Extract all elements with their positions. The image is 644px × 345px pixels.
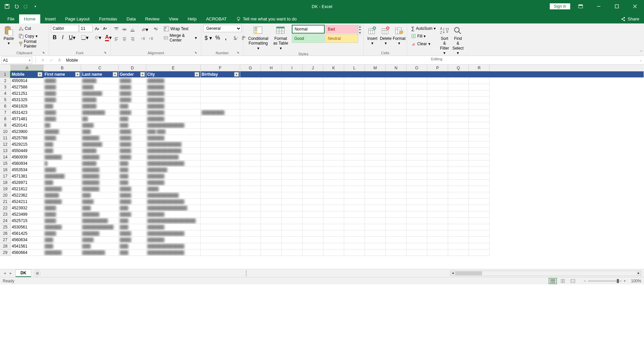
table-cell[interactable]: █████ xyxy=(81,160,119,167)
tab-file[interactable]: File xyxy=(3,14,19,23)
table-cell[interactable] xyxy=(201,116,240,122)
zoom-in-icon[interactable]: + xyxy=(624,279,626,283)
number-format-select[interactable]: General xyxy=(203,25,241,32)
table-cell[interactable]: 4560664 xyxy=(11,250,44,256)
table-cell[interactable] xyxy=(240,180,261,186)
alignment-dialog-launcher-icon[interactable]: ⬊ xyxy=(194,50,198,55)
table-cell[interactable] xyxy=(448,243,469,250)
table-cell[interactable] xyxy=(282,205,303,211)
row-header-16[interactable]: 16 xyxy=(0,167,11,173)
table-cell[interactable]: ███ ███ xyxy=(146,129,201,135)
table-cell[interactable] xyxy=(261,205,282,211)
table-cell[interactable] xyxy=(427,199,448,205)
view-page-layout-icon[interactable] xyxy=(559,278,567,284)
table-cell[interactable] xyxy=(469,110,490,116)
table-cell[interactable]: ██████████████ xyxy=(146,205,201,211)
table-cell[interactable] xyxy=(261,160,282,167)
row-header-26[interactable]: 26 xyxy=(0,230,11,237)
table-cell[interactable] xyxy=(427,122,448,129)
style-normal[interactable]: Normal xyxy=(292,25,325,33)
table-cell[interactable] xyxy=(344,160,365,167)
table-cell[interactable]: ██ xyxy=(81,116,119,122)
table-cell[interactable] xyxy=(282,135,303,141)
table-cell[interactable] xyxy=(240,90,261,97)
table-cell[interactable] xyxy=(448,78,469,84)
table-cell[interactable] xyxy=(323,237,344,243)
table-cell[interactable] xyxy=(386,243,407,250)
font-size-input[interactable] xyxy=(79,25,93,32)
select-all-triangle[interactable] xyxy=(0,65,11,71)
table-cell[interactable] xyxy=(427,205,448,211)
table-cell[interactable] xyxy=(365,116,386,122)
table-cell[interactable] xyxy=(469,211,490,218)
table-cell[interactable] xyxy=(344,237,365,243)
table-cell[interactable] xyxy=(469,135,490,141)
table-cell[interactable]: ██████ xyxy=(146,173,201,180)
table-cell[interactable] xyxy=(323,250,344,256)
row-header-18[interactable]: 18 xyxy=(0,180,11,186)
table-cell[interactable] xyxy=(240,78,261,84)
table-header-gender[interactable]: Gender▼ xyxy=(119,71,146,78)
table-cell[interactable] xyxy=(386,250,407,256)
table-cell[interactable] xyxy=(201,160,240,167)
table-cell[interactable] xyxy=(323,205,344,211)
table-cell[interactable] xyxy=(407,129,427,135)
table-cell[interactable] xyxy=(201,180,240,186)
table-cell[interactable] xyxy=(282,122,303,129)
table-cell[interactable] xyxy=(365,78,386,84)
fill-button[interactable]: Fill ▾ xyxy=(409,32,438,40)
font-dialog-launcher-icon[interactable]: ⬊ xyxy=(103,50,108,55)
table-cell[interactable] xyxy=(407,192,427,199)
table-cell[interactable] xyxy=(323,199,344,205)
table-cell[interactable]: ████ xyxy=(119,192,146,199)
table-cell[interactable]: ██████ xyxy=(146,97,201,103)
table-cell[interactable] xyxy=(323,230,344,237)
table-cell[interactable] xyxy=(427,230,448,237)
table-cell[interactable]: ████ xyxy=(44,230,81,237)
table-cell[interactable] xyxy=(365,84,386,90)
table-cell[interactable] xyxy=(386,186,407,192)
table-cell[interactable]: ███ xyxy=(44,237,81,243)
table-cell[interactable]: 4525715 xyxy=(11,218,44,224)
table-cell[interactable] xyxy=(469,97,490,103)
table-cell[interactable] xyxy=(282,230,303,237)
table-cell[interactable] xyxy=(240,218,261,224)
table-cell[interactable] xyxy=(201,205,240,211)
format-cells-button[interactable]: Format▾ xyxy=(392,25,406,47)
table-cell[interactable]: ██████ xyxy=(44,186,81,192)
table-cell[interactable] xyxy=(201,243,240,250)
table-cell[interactable] xyxy=(448,103,469,110)
table-cell[interactable]: █████████████ xyxy=(146,160,201,167)
table-cell[interactable] xyxy=(240,154,261,160)
column-header-H[interactable]: H xyxy=(261,65,282,71)
table-cell[interactable] xyxy=(201,167,240,173)
table-cell[interactable]: ████ xyxy=(44,167,81,173)
table-cell[interactable] xyxy=(365,135,386,141)
table-cell[interactable] xyxy=(240,192,261,199)
increase-font-icon[interactable]: A▴ xyxy=(93,25,101,32)
table-cell[interactable]: ███ xyxy=(44,103,81,110)
tab-help[interactable]: Help xyxy=(183,14,201,23)
table-cell[interactable] xyxy=(344,122,365,129)
tab-scroll-splitter[interactable] xyxy=(246,271,248,276)
table-cell[interactable] xyxy=(386,122,407,129)
zoom-level[interactable]: 100% xyxy=(628,279,641,283)
table-cell[interactable] xyxy=(240,230,261,237)
sheet-tab-dk[interactable]: DK xyxy=(15,269,31,277)
table-cell[interactable] xyxy=(323,180,344,186)
table-cell[interactable] xyxy=(365,97,386,103)
table-cell[interactable] xyxy=(282,192,303,199)
row-header-4[interactable]: 4 xyxy=(0,90,11,97)
cut-button[interactable]: Cut xyxy=(17,25,47,32)
column-header-N[interactable]: N xyxy=(386,65,407,71)
table-cell[interactable] xyxy=(427,160,448,167)
table-cell[interactable]: ████ xyxy=(146,186,201,192)
table-cell[interactable] xyxy=(407,116,427,122)
table-header-city[interactable]: City▼ xyxy=(146,71,201,78)
table-cell[interactable] xyxy=(365,129,386,135)
table-cell[interactable] xyxy=(240,211,261,218)
table-cell[interactable]: 4553534 xyxy=(11,167,44,173)
table-cell[interactable] xyxy=(386,154,407,160)
table-cell[interactable]: ████ xyxy=(119,148,146,154)
table-cell[interactable]: ██████ xyxy=(81,173,119,180)
